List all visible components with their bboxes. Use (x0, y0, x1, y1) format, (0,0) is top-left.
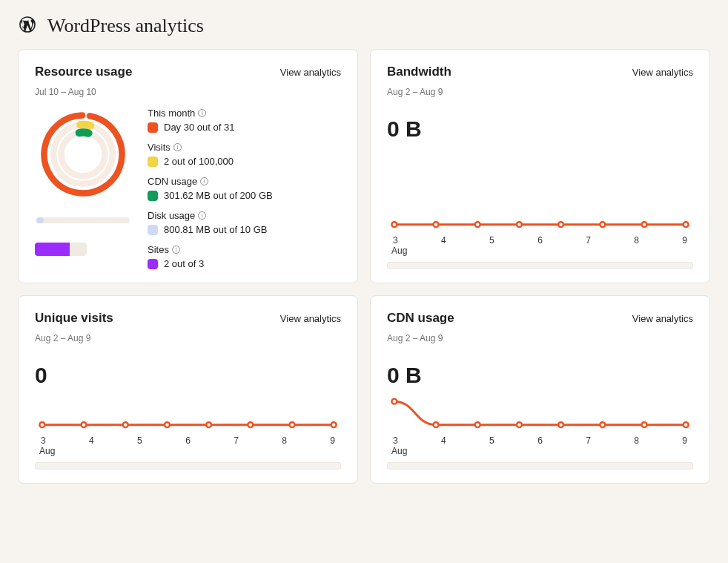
x-axis-month: Aug (387, 446, 693, 456)
page-header: WordPress analytics (18, 15, 710, 37)
svg-point-14 (39, 422, 44, 427)
legend-value: Day 30 out of 31 (164, 122, 234, 133)
x-tick: 4 (89, 435, 94, 446)
info-icon[interactable]: i (200, 177, 208, 185)
x-tick: 3 (393, 435, 398, 446)
x-tick: 8 (634, 435, 639, 446)
svg-point-26 (558, 422, 563, 427)
view-analytics-link[interactable]: View analytics (280, 313, 341, 324)
card-bandwidth: Bandwidth View analytics Aug 2 – Aug 9 0… (370, 49, 710, 283)
radial-gauge (36, 108, 130, 201)
date-range: Aug 2 – Aug 9 (387, 333, 693, 343)
x-axis: 3456789 (35, 432, 341, 446)
x-tick: 4 (441, 235, 446, 246)
x-axis-month: Aug (387, 246, 693, 256)
x-tick: 9 (682, 235, 687, 246)
range-slider[interactable] (387, 262, 693, 269)
svg-point-11 (600, 222, 605, 227)
x-tick: 7 (586, 435, 591, 446)
view-analytics-link[interactable]: View analytics (632, 67, 693, 78)
svg-point-23 (434, 422, 439, 427)
svg-point-13 (684, 222, 689, 227)
line-chart (387, 388, 693, 432)
card-title: Resource usage (35, 65, 132, 79)
svg-point-21 (331, 422, 337, 427)
svg-point-7 (434, 222, 439, 227)
stat-value: 0 B (387, 363, 693, 388)
svg-point-8 (475, 222, 480, 227)
svg-point-25 (517, 422, 522, 427)
card-unique-visits: Unique visits View analytics Aug 2 – Aug… (18, 295, 358, 484)
svg-point-22 (391, 399, 397, 404)
date-range: Aug 2 – Aug 9 (387, 87, 693, 97)
disk-usage-bar (36, 217, 130, 223)
info-icon[interactable]: i (198, 211, 206, 220)
card-title: Unique visits (35, 311, 113, 326)
stat-value: 0 B (387, 116, 693, 142)
x-tick: 6 (537, 435, 543, 446)
card-title: CDN usage (387, 311, 454, 326)
legend-value: 2 out of 3 (164, 258, 204, 269)
x-tick: 5 (489, 235, 494, 246)
info-icon[interactable]: i (173, 143, 182, 151)
x-tick: 8 (634, 235, 639, 246)
x-tick: 5 (489, 435, 494, 446)
x-tick: 3 (393, 235, 398, 246)
date-range: Aug 2 – Aug 9 (35, 333, 341, 343)
x-tick: 3 (41, 435, 46, 446)
x-tick: 5 (137, 435, 142, 446)
card-cdn-usage: CDN usage View analytics Aug 2 – Aug 9 0… (370, 295, 710, 484)
svg-point-28 (642, 422, 647, 427)
x-tick: 9 (330, 435, 335, 446)
svg-point-20 (290, 422, 295, 427)
svg-point-4 (62, 133, 105, 177)
svg-point-18 (206, 422, 211, 427)
legend-label: Sites (148, 244, 169, 255)
svg-point-9 (517, 222, 522, 227)
page-title: WordPress analytics (47, 15, 204, 37)
line-chart (35, 388, 341, 432)
svg-point-5 (58, 129, 108, 180)
line-chart (387, 188, 693, 232)
svg-point-16 (123, 422, 128, 427)
x-tick: 9 (682, 435, 687, 446)
legend-label: Disk usage (148, 210, 195, 221)
range-slider[interactable] (35, 462, 341, 470)
svg-point-24 (475, 422, 480, 427)
x-axis-month: Aug (35, 446, 341, 456)
resource-legend: This monthi Day 30 out of 31 Visitsi 2 o… (148, 108, 273, 269)
info-icon[interactable]: i (172, 246, 180, 254)
legend-label: CDN usage (148, 176, 197, 187)
stat-value: 0 (35, 363, 341, 388)
card-title: Bandwidth (387, 65, 451, 79)
x-tick: 6 (537, 235, 543, 246)
date-range: Jul 10 – Aug 10 (35, 87, 341, 97)
x-tick: 7 (234, 435, 239, 446)
svg-point-12 (642, 222, 647, 227)
legend-chip (148, 122, 158, 133)
x-axis: 3456789 (387, 232, 693, 246)
legend-chip (148, 191, 158, 201)
legend-chip (148, 259, 158, 269)
info-icon[interactable]: i (198, 109, 206, 117)
svg-point-15 (82, 422, 87, 427)
legend-value: 800.81 MB out of 10 GB (164, 224, 267, 235)
legend-label: Visits (148, 142, 171, 153)
svg-point-29 (684, 422, 689, 427)
wordpress-icon (18, 15, 37, 37)
x-tick: 8 (282, 435, 287, 446)
svg-point-19 (248, 422, 253, 427)
svg-point-6 (391, 222, 397, 227)
view-analytics-link[interactable]: View analytics (632, 313, 693, 324)
x-tick: 6 (185, 435, 191, 446)
svg-point-27 (600, 422, 605, 427)
range-slider[interactable] (387, 462, 693, 470)
x-tick: 7 (586, 235, 591, 246)
card-resource-usage: Resource usage View analytics Jul 10 – A… (18, 49, 358, 283)
svg-point-17 (165, 422, 170, 427)
view-analytics-link[interactable]: View analytics (280, 67, 341, 78)
sites-bar (35, 243, 87, 256)
x-axis: 3456789 (387, 432, 693, 446)
legend-label: This month (148, 108, 195, 119)
legend-chip (148, 225, 158, 235)
